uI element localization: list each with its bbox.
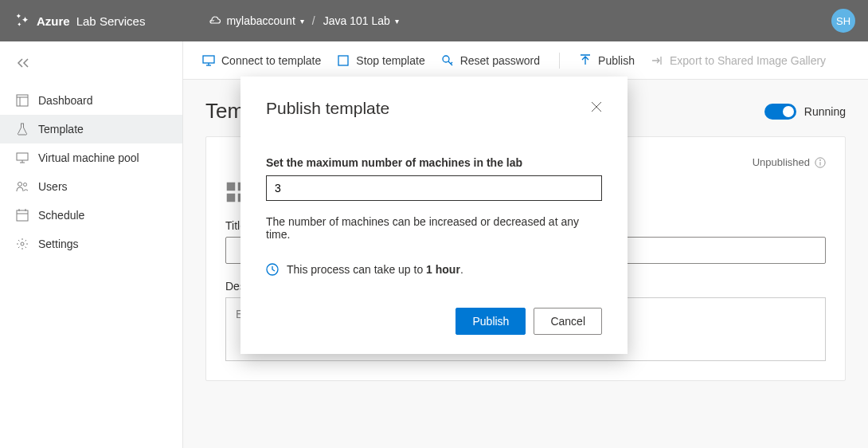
svg-rect-0 xyxy=(17,95,28,106)
unpublished-label: Unpublished xyxy=(753,156,810,168)
modal-info-row: This process can take up to 1 hour. xyxy=(266,263,602,276)
brand-block: Azure Lab Services xyxy=(13,12,145,29)
sidebar-item-label: Schedule xyxy=(38,209,84,222)
sidebar-item-label: Settings xyxy=(38,238,79,250)
modal-info-text: This process can take up to 1 hour. xyxy=(287,263,463,276)
upload-icon xyxy=(579,54,592,67)
cloud-icon xyxy=(209,14,221,27)
toolbar-connect-label: Connect to template xyxy=(221,54,321,67)
toolbar-separator xyxy=(559,53,560,69)
modal-button-row: Publish Cancel xyxy=(266,308,602,335)
publish-button[interactable]: Publish xyxy=(456,308,526,335)
sidebar-item-vmpool[interactable]: Virtual machine pool xyxy=(0,143,182,172)
azure-labs-logo-icon xyxy=(13,12,30,29)
svg-rect-3 xyxy=(17,153,28,160)
chevron-down-icon: ▾ xyxy=(395,17,399,26)
cancel-button[interactable]: Cancel xyxy=(534,308,602,335)
toolbar-stop-label: Stop template xyxy=(356,54,424,67)
modal-info-bold: 1 hour xyxy=(426,263,460,276)
status-area: Running xyxy=(764,104,846,120)
chevron-down-icon: ▾ xyxy=(300,17,304,26)
stop-icon xyxy=(337,54,350,67)
svg-rect-13 xyxy=(203,56,214,63)
calendar-icon xyxy=(16,209,29,222)
monitor-icon xyxy=(16,151,29,164)
svg-rect-21 xyxy=(227,183,236,191)
toolbar-export-label: Export to Shared Image Gallery xyxy=(670,54,826,67)
toggle-knob xyxy=(783,106,794,117)
svg-point-17 xyxy=(443,56,449,62)
breadcrumb: mylabaccount ▾ / Java 101 Lab ▾ xyxy=(209,14,398,27)
brand-light: Lab Services xyxy=(76,14,146,28)
clock-icon xyxy=(266,263,279,276)
svg-rect-16 xyxy=(338,56,348,65)
svg-point-7 xyxy=(24,183,27,187)
breadcrumb-lab[interactable]: Java 101 Lab ▾ xyxy=(323,14,399,27)
modal-info-suffix: . xyxy=(460,263,463,276)
sidebar-item-label: Users xyxy=(38,180,68,193)
modal-info-prefix: This process can take up to xyxy=(287,263,426,276)
flask-icon xyxy=(16,123,29,136)
users-icon xyxy=(16,180,29,193)
breadcrumb-account-label: mylabaccount xyxy=(226,14,295,27)
sidebar-item-label: Virtual machine pool xyxy=(38,151,139,164)
sidebar-item-label: Template xyxy=(38,123,84,136)
toolbar: Connect to template Stop template Reset … xyxy=(183,41,868,80)
close-icon xyxy=(591,101,602,112)
info-icon[interactable] xyxy=(815,157,826,168)
sidebar-item-dashboard[interactable]: Dashboard xyxy=(0,86,182,115)
publish-modal: Publish template Set the maximum number … xyxy=(240,77,628,354)
max-machines-input[interactable] xyxy=(266,175,602,201)
toolbar-reset-label: Reset password xyxy=(460,54,540,67)
breadcrumb-lab-label: Java 101 Lab xyxy=(323,14,390,27)
export-icon xyxy=(651,54,663,67)
sidebar-item-schedule[interactable]: Schedule xyxy=(0,201,182,230)
breadcrumb-separator: / xyxy=(312,14,315,27)
toolbar-reset-button[interactable]: Reset password xyxy=(441,54,540,67)
modal-title: Publish template xyxy=(266,99,389,118)
top-header: Azure Lab Services mylabaccount ▾ / Java… xyxy=(0,0,868,41)
toolbar-export-button: Export to Shared Image Gallery xyxy=(651,54,826,67)
brand-strong: Azure xyxy=(37,14,70,28)
max-machines-label: Set the maximum number of machines in th… xyxy=(266,156,602,169)
gear-icon xyxy=(16,238,29,250)
dashboard-icon xyxy=(16,94,29,107)
sidebar-item-settings[interactable]: Settings xyxy=(0,230,182,258)
running-label: Running xyxy=(804,105,846,118)
svg-point-20 xyxy=(820,159,821,160)
key-icon xyxy=(441,54,454,67)
modal-header: Publish template xyxy=(266,99,602,118)
modal-note: The number of machines can be increased … xyxy=(266,215,602,241)
user-avatar[interactable]: SH xyxy=(831,9,855,33)
sidebar-item-template[interactable]: Template xyxy=(0,115,182,143)
chevrons-left-icon xyxy=(16,57,30,69)
svg-point-6 xyxy=(18,183,22,187)
svg-rect-8 xyxy=(17,210,28,221)
toolbar-publish-label: Publish xyxy=(598,54,635,67)
toolbar-connect-button[interactable]: Connect to template xyxy=(202,54,321,67)
toolbar-stop-button[interactable]: Stop template xyxy=(337,54,424,67)
monitor-connect-icon xyxy=(202,54,215,67)
svg-rect-23 xyxy=(227,194,236,202)
sidebar: Dashboard Template Virtual machine pool … xyxy=(0,41,183,448)
sidebar-collapse-button[interactable] xyxy=(0,49,182,80)
sidebar-item-users[interactable]: Users xyxy=(0,172,182,201)
running-toggle[interactable] xyxy=(764,104,796,120)
modal-close-button[interactable] xyxy=(591,101,602,116)
svg-point-12 xyxy=(21,242,24,246)
sidebar-item-label: Dashboard xyxy=(38,94,93,107)
breadcrumb-account[interactable]: mylabaccount ▾ xyxy=(209,14,303,27)
toolbar-publish-button[interactable]: Publish xyxy=(579,54,635,67)
